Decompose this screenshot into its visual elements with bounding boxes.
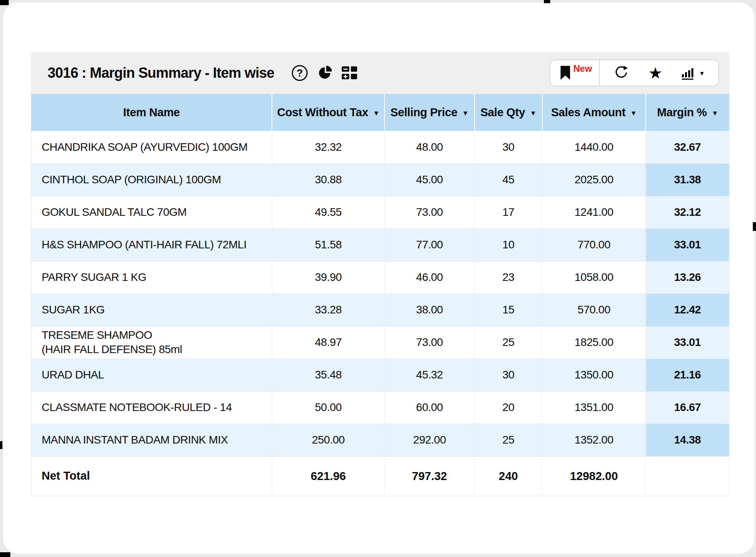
cell-item-name: CLASSMATE NOTEBOOK-RULED - 14 xyxy=(31,391,272,424)
cell-cost: 39.90 xyxy=(272,261,385,294)
cell-cost: 49.55 xyxy=(272,196,385,229)
toolbar-actions xyxy=(600,60,718,86)
cell-cost: 30.88 xyxy=(272,163,385,196)
cell-price: 73.00 xyxy=(385,196,475,229)
cell-price: 45.00 xyxy=(385,163,475,196)
cell-margin: 14.38 xyxy=(646,424,729,456)
cell-item-name: CINTHOL SOAP (ORIGINAL) 100GM xyxy=(31,163,272,196)
table-row: CHANDRIKA SOAP (AYURVEDIC) 100GM 32.32 4… xyxy=(31,131,729,163)
cell-qty: 17 xyxy=(475,196,542,229)
favorite-button[interactable] xyxy=(648,65,662,81)
table-row: URAD DHAL 35.48 45.32 30 1350.00 21.16 xyxy=(31,359,729,391)
cell-item-name: URAD DHAL xyxy=(31,359,272,391)
pie-chart-icon xyxy=(316,64,333,82)
chart-view-button[interactable] xyxy=(681,65,705,81)
report-container: 3016 : Margin Summary - Item wise xyxy=(31,52,729,496)
cell-margin: 33.01 xyxy=(646,229,729,261)
screen-edge-mark xyxy=(753,222,756,231)
cell-item-name: GOKUL SANDAL TALC 70GM xyxy=(31,196,272,229)
table-row: SUGAR 1KG 33.28 38.00 15 570.00 12.42 xyxy=(31,294,729,326)
col-header-cost-without-tax[interactable]: Cost Without Tax xyxy=(272,94,385,131)
cell-amount: 1241.00 xyxy=(542,196,646,229)
cell-qty: 10 xyxy=(475,229,542,261)
net-total-price: 797.32 xyxy=(385,456,475,496)
cell-cost: 32.32 xyxy=(272,131,385,163)
cell-margin: 21.16 xyxy=(646,359,729,391)
table-header-row: Item Name Cost Without Tax Selling Price… xyxy=(31,94,729,131)
table-row: GOKUL SANDAL TALC 70GM 49.55 73.00 17 12… xyxy=(31,196,729,229)
cell-amount: 1825.00 xyxy=(542,326,646,359)
margin-summary-table: Item Name Cost Without Tax Selling Price… xyxy=(31,94,729,496)
cell-item-name: CHANDRIKA SOAP (AYURVEDIC) 100GM xyxy=(31,131,272,163)
cell-amount: 1352.00 xyxy=(542,424,646,456)
cell-cost: 48.97 xyxy=(272,326,385,359)
cell-cost: 33.28 xyxy=(272,294,385,326)
pie-chart-button[interactable] xyxy=(316,64,333,82)
table-row: PARRY SUGAR 1 KG 39.90 46.00 23 1058.00 … xyxy=(31,261,729,294)
sort-caret-icon xyxy=(630,109,637,117)
cell-margin: 31.38 xyxy=(646,163,729,196)
col-header-sale-qty[interactable]: Sale Qty xyxy=(475,94,542,131)
page-title: 3016 : Margin Summary - Item wise xyxy=(48,65,274,81)
cell-cost: 50.00 xyxy=(272,391,385,424)
sort-caret-icon xyxy=(462,109,469,117)
cell-price: 73.00 xyxy=(385,326,475,359)
cell-item-name: H&S SHAMPOO (ANTI-HAIR FALL) 72MLI xyxy=(31,229,272,261)
cell-amount: 2025.00 xyxy=(542,163,646,196)
cell-qty: 23 xyxy=(475,261,542,294)
screen-edge-mark xyxy=(0,552,10,557)
bookmark-button[interactable]: New xyxy=(560,65,592,81)
cell-item-name: MANNA INSTANT BADAM DRINK MIX xyxy=(31,424,272,456)
cell-price: 46.00 xyxy=(385,261,475,294)
cell-amount: 1351.00 xyxy=(542,391,646,424)
help-icon xyxy=(292,65,308,81)
cell-amount: 1440.00 xyxy=(542,131,646,163)
cell-amount: 1350.00 xyxy=(542,359,646,391)
cell-cost: 35.48 xyxy=(272,359,385,391)
bookmark-section: New xyxy=(550,60,600,86)
cell-margin: 33.01 xyxy=(646,326,729,359)
refresh-icon xyxy=(613,65,630,81)
cell-item-name: TRESEME SHAMPOO (HAIR FALL DEFENSE) 85ml xyxy=(31,326,272,359)
cell-margin: 16.67 xyxy=(646,391,729,424)
new-badge: New xyxy=(573,63,592,74)
col-header-selling-price[interactable]: Selling Price xyxy=(385,94,475,131)
summary-blocks-button[interactable] xyxy=(342,66,358,80)
refresh-button[interactable] xyxy=(613,65,630,81)
table-row: TRESEME SHAMPOO (HAIR FALL DEFENSE) 85ml… xyxy=(31,326,729,359)
col-header-item-name[interactable]: Item Name xyxy=(31,94,272,131)
cell-qty: 20 xyxy=(475,391,542,424)
cell-amount: 770.00 xyxy=(542,229,646,261)
cell-cost: 250.00 xyxy=(272,424,385,456)
screen-edge-mark xyxy=(0,441,2,449)
sort-caret-icon xyxy=(373,109,379,117)
bar-chart-icon xyxy=(681,65,696,81)
cell-margin: 32.67 xyxy=(646,131,729,163)
cell-margin: 32.12 xyxy=(646,196,729,229)
cell-item-name: PARRY SUGAR 1 KG xyxy=(31,261,272,294)
cell-price: 45.32 xyxy=(385,359,475,391)
cell-qty: 30 xyxy=(475,131,542,163)
cell-qty: 25 xyxy=(475,424,542,456)
table-row: H&S SHAMPOO (ANTI-HAIR FALL) 72MLI 51.58… xyxy=(31,229,729,261)
help-button[interactable] xyxy=(292,65,308,81)
cell-margin: 13.26 xyxy=(646,261,729,294)
cell-item-name: SUGAR 1KG xyxy=(31,294,272,326)
sort-caret-icon xyxy=(530,109,536,117)
cell-margin: 12.42 xyxy=(646,294,729,326)
cell-qty: 15 xyxy=(475,294,542,326)
net-total-amount: 12982.00 xyxy=(542,456,646,496)
cell-price: 48.00 xyxy=(385,131,475,163)
cell-price: 77.00 xyxy=(385,229,475,261)
col-header-margin-pct[interactable]: Margin % xyxy=(646,94,729,131)
cell-price: 38.00 xyxy=(385,294,475,326)
bookmark-icon xyxy=(560,65,571,81)
net-total-margin xyxy=(646,456,729,496)
table-row: MANNA INSTANT BADAM DRINK MIX 250.00 292… xyxy=(31,424,729,456)
chevron-down-icon xyxy=(699,70,705,77)
cell-price: 292.00 xyxy=(385,424,475,456)
col-header-sales-amount[interactable]: Sales Amount xyxy=(542,94,646,131)
report-titlebar: 3016 : Margin Summary - Item wise xyxy=(31,52,729,94)
net-total-label: Net Total xyxy=(31,456,272,496)
star-icon xyxy=(648,65,662,81)
